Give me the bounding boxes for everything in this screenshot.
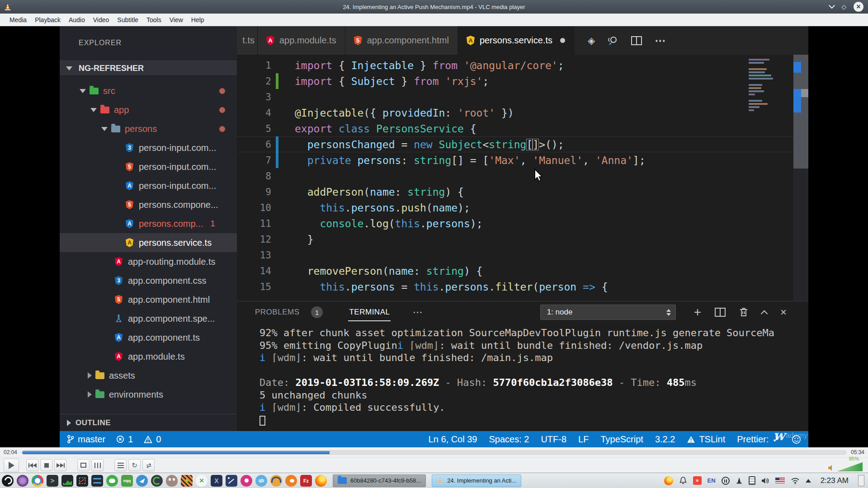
code-area[interactable]: 1import { Injectable } from '@angular/co… — [237, 55, 808, 301]
minimap[interactable] — [749, 57, 792, 113]
tree-item-persons-component-ts[interactable]: A persons.comp... 1 — [60, 214, 237, 233]
tree-item-person-input-ts[interactable]: A person-input.com... — [60, 176, 237, 195]
language-mode[interactable]: TypeScript — [600, 434, 643, 445]
tree-item-person-input-html[interactable]: 5 person-input.com... — [60, 157, 237, 176]
chrome-icon[interactable] — [32, 475, 43, 487]
anydesk-tray-icon[interactable]: » — [693, 476, 702, 485]
opensuse-green-icon[interactable] — [106, 475, 118, 487]
tab-app-module[interactable]: A app.module.ts — [258, 26, 345, 55]
clock[interactable]: 2:23 AM — [821, 476, 849, 485]
x-dark-app-icon[interactable]: X — [211, 475, 222, 487]
menu-view[interactable]: View — [165, 14, 187, 25]
firefox-icon[interactable] — [315, 475, 327, 487]
split-editor-icon[interactable] — [631, 36, 642, 45]
next-button[interactable] — [54, 459, 66, 471]
taskbar-window-vlc[interactable]: 24. Implementing an Acti... — [432, 474, 521, 487]
indentation-indicator[interactable]: Spaces: 2 — [489, 434, 529, 445]
menu-media[interactable]: Media — [5, 14, 31, 25]
maximize-panel-icon[interactable] — [761, 310, 768, 317]
outline-section-header[interactable]: OUTLINE — [60, 414, 237, 431]
volume-control[interactable]: 85% — [828, 462, 863, 471]
tab-truncated[interactable]: t.ts — [237, 26, 258, 55]
encoding-indicator[interactable]: UTF-8 — [541, 434, 566, 445]
stop-button[interactable] — [40, 459, 52, 471]
notifications-bell-icon[interactable] — [679, 476, 687, 485]
close-button[interactable]: × — [854, 2, 863, 12]
tray-expander-icon[interactable] — [806, 479, 811, 483]
menu-audio[interactable]: Audio — [65, 14, 89, 25]
clipboard-tray-icon[interactable] — [749, 476, 755, 485]
previous-button[interactable] — [26, 459, 38, 471]
notepadqq-icon[interactable]: nqq — [121, 475, 133, 487]
seek-slider[interactable] — [22, 450, 846, 455]
tab-terminal[interactable]: TERMINAL — [348, 303, 391, 321]
tree-item-environments[interactable]: environments — [60, 385, 237, 404]
maximize-button[interactable]: ◇ — [841, 4, 846, 10]
fullscreen-button[interactable] — [77, 459, 90, 471]
search-preview-icon[interactable] — [608, 35, 618, 46]
path-editor-icon[interactable] — [226, 475, 237, 487]
tree-item-app-component-ts[interactable]: A app.component.ts — [60, 328, 237, 347]
c-ring-app-icon[interactable] — [151, 475, 163, 487]
wifi-icon[interactable] — [791, 477, 800, 484]
tree-item-app[interactable]: app — [60, 100, 237, 119]
tree-item-app-routing[interactable]: A app-routing.module.ts — [60, 252, 237, 271]
tree-item-persons[interactable]: persons — [60, 119, 237, 138]
tree-item-persons-service[interactable]: A persons.service.ts — [60, 233, 237, 252]
eol-indicator[interactable]: LF — [578, 434, 589, 445]
cursor-position[interactable]: Ln 6, Col 39 — [429, 434, 477, 445]
us-flag-icon[interactable] — [775, 478, 785, 483]
tiger-app-icon[interactable] — [181, 475, 193, 487]
split-terminal-icon[interactable] — [715, 308, 726, 317]
pause-tray-icon[interactable] — [722, 477, 730, 485]
kill-terminal-icon[interactable] — [739, 307, 748, 317]
tree-item-persons-component-html[interactable]: 5 persons.compone... — [60, 195, 237, 214]
tab-persons-service[interactable]: A persons.service.ts — [458, 26, 574, 55]
menu-playback[interactable]: Playback — [31, 14, 65, 25]
new-terminal-icon[interactable]: + — [694, 306, 701, 319]
terminal-app-icon[interactable]: > — [47, 475, 58, 487]
headphones-player-icon[interactable] — [270, 475, 282, 487]
firefox-tray-icon[interactable] — [664, 476, 673, 485]
project-section-header[interactable]: NG-REFRESHER — [60, 61, 237, 76]
gimp-icon[interactable] — [166, 475, 178, 487]
keyboard-layout-indicator[interactable]: EN — [708, 477, 716, 484]
ts-version[interactable]: 3.2.2 — [655, 434, 675, 445]
blender-icon[interactable] — [285, 475, 297, 487]
screenshot-tool-icon[interactable] — [76, 475, 88, 487]
tab-problems[interactable]: PROBLEMS 1 — [255, 306, 323, 318]
taskbar-window-folder[interactable]: 60b84280-c743-4fc9-b58... — [333, 474, 426, 487]
lollypop-icon[interactable] — [241, 475, 252, 487]
terminal-selector[interactable]: 1: node — [540, 305, 676, 320]
volume-slider[interactable] — [837, 462, 863, 471]
minimize-button[interactable] — [829, 2, 835, 9]
tree-item-app-module[interactable]: A app.module.ts — [60, 347, 237, 366]
green-x-app-icon[interactable]: × — [196, 475, 208, 487]
menu-tools[interactable]: Tools — [142, 14, 165, 25]
show-desktop-button[interactable] — [858, 475, 864, 486]
play-button[interactable] — [4, 459, 19, 472]
extended-settings-button[interactable] — [91, 459, 104, 471]
terminal-output[interactable]: 92% after chunk asset optimization Sourc… — [237, 323, 808, 431]
menu-video[interactable]: Video — [89, 14, 113, 25]
filezilla-icon[interactable]: Fz — [300, 475, 312, 487]
warning-count[interactable]: 0 — [144, 434, 161, 445]
code-editor[interactable]: 1import { Injectable } from '@angular/co… — [237, 55, 808, 301]
more-actions-icon[interactable]: ⋯ — [655, 34, 666, 47]
tab-app-component-html[interactable]: 5 app.component.html — [345, 26, 458, 55]
tree-item-assets[interactable]: assets — [60, 366, 237, 385]
tslint-indicator[interactable]: TSLint — [687, 434, 725, 445]
settings-tweaks-icon[interactable] — [91, 475, 103, 487]
tor-browser-icon[interactable] — [17, 475, 28, 487]
vlc-tray-icon[interactable] — [736, 477, 743, 484]
panel-more-icon[interactable]: ⋯ — [412, 306, 423, 318]
bird-app-icon[interactable] — [136, 475, 148, 487]
editor-scrollbar[interactable] — [793, 55, 808, 301]
tree-item-app-component-html[interactable]: 5 app.component.html — [60, 290, 237, 309]
menu-subtitle[interactable]: Subtitle — [113, 14, 142, 25]
qbittorrent-icon[interactable]: qb — [255, 475, 267, 487]
opensuse-launcher-icon[interactable] — [2, 475, 14, 487]
random-button[interactable]: ⇄ — [142, 459, 155, 471]
close-panel-icon[interactable]: × — [780, 307, 787, 318]
system-monitor-icon[interactable] — [61, 475, 73, 487]
